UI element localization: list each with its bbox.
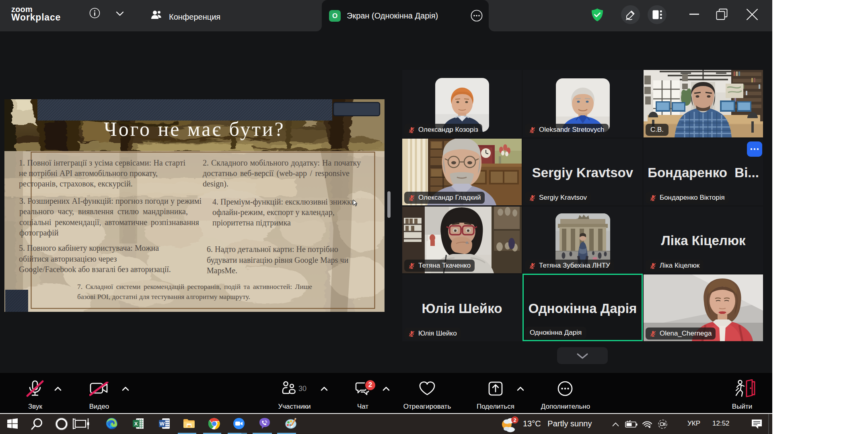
svg-text:X: X (134, 421, 138, 427)
svg-text:W: W (160, 421, 165, 427)
svg-text:2: 2 (513, 417, 516, 423)
